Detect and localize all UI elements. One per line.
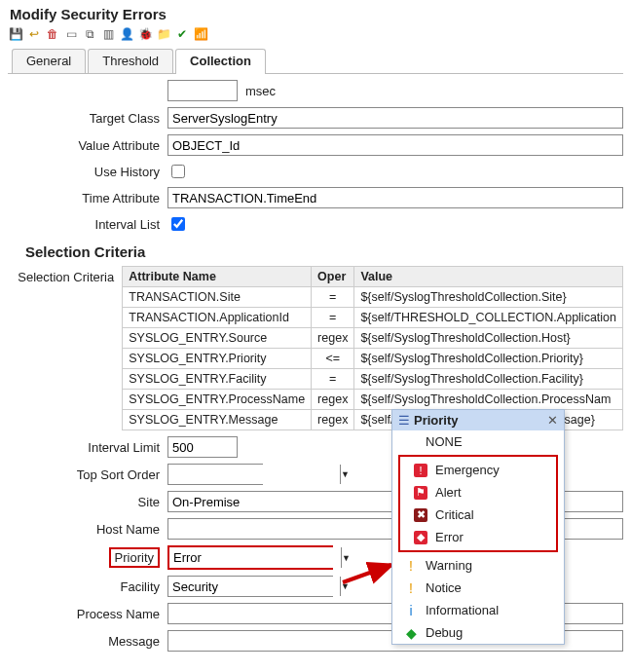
criteria-oper: <=: [312, 349, 354, 369]
priority-level-icon: i: [404, 604, 418, 617]
criteria-attr: SYSLOG_ENTRY.ProcessName: [123, 390, 312, 410]
priority-popup-header: ☰ Priority ✕: [392, 410, 564, 430]
priority-highlight-box: !Emergency⚑Alert✖Critical◆Error: [398, 455, 558, 552]
priority-item[interactable]: ⚑Alert: [402, 481, 554, 504]
delete-icon[interactable]: 🗑: [45, 26, 60, 42]
tab-general[interactable]: General: [12, 49, 86, 73]
priority-item-label: Informational: [426, 603, 499, 617]
priority-item-label: Critical: [435, 507, 474, 522]
criteria-attr: SYSLOG_ENTRY.Message: [123, 410, 312, 430]
bug-icon[interactable]: 🐞: [137, 26, 153, 42]
priority-item[interactable]: iInformational: [392, 599, 564, 621]
host-label: Host Name: [8, 522, 167, 537]
priority-item-label: Emergency: [435, 463, 500, 477]
top-sort-label: Top Sort Order: [8, 467, 167, 482]
priority-item[interactable]: ◆Debug: [392, 621, 564, 644]
criteria-th-attr: Attribute Name: [123, 267, 312, 287]
criteria-attr: TRANSACTION.Site: [123, 287, 312, 308]
process-label: Process Name: [8, 607, 167, 621]
value-attr-input[interactable]: [167, 134, 623, 156]
selection-criteria-heading: Selection Criteria: [25, 243, 623, 260]
copy-icon[interactable]: ⧉: [82, 26, 97, 42]
table-row[interactable]: SYSLOG_ENTRY.ProcessNameregex${self/Sysl…: [123, 390, 623, 410]
criteria-value: ${self/THRESHOLD_COLLECTION.Application: [354, 308, 623, 328]
person-icon[interactable]: 👤: [119, 26, 134, 42]
priority-item-label: Notice: [426, 580, 462, 595]
time-attr-label: Time Attribute: [8, 191, 167, 205]
priority-label-wrap: Priority: [8, 550, 167, 565]
criteria-value: ${self/SyslogThresholdCollection.Host}: [354, 328, 623, 349]
criteria-oper: =: [312, 287, 354, 308]
interval-limit-label: Interval Limit: [8, 440, 167, 455]
priority-item[interactable]: !Notice: [392, 577, 564, 599]
table-row[interactable]: TRANSACTION.Site=${self/SyslogThresholdC…: [123, 287, 623, 308]
target-class-label: Target Class: [8, 111, 167, 126]
criteria-value: ${self/SyslogThresholdCollection.Facilit…: [354, 369, 623, 390]
use-history-checkbox[interactable]: [171, 165, 185, 178]
priority-item[interactable]: ✖Critical: [402, 504, 554, 526]
undo-icon[interactable]: ↩: [26, 26, 42, 42]
priority-level-icon: !: [414, 464, 427, 477]
criteria-attr: TRANSACTION.ApplicationId: [123, 308, 312, 328]
table-row[interactable]: SYSLOG_ENTRY.Priority<=${self/SyslogThre…: [123, 349, 623, 369]
criteria-th-oper: Oper: [312, 267, 354, 287]
tab-threshold[interactable]: Threshold: [88, 49, 173, 73]
priority-item[interactable]: ◆Error: [402, 526, 554, 548]
priority-level-icon: !: [404, 559, 418, 573]
top-sort-combo[interactable]: ▼: [167, 464, 263, 485]
check-icon[interactable]: ✔: [174, 26, 190, 42]
window-title: Modify Security Errors: [10, 6, 623, 22]
chevron-down-icon[interactable]: ▼: [341, 547, 351, 568]
priority-popup-title: Priority: [410, 413, 547, 428]
wifi-icon[interactable]: 📶: [193, 26, 208, 42]
new-page-icon[interactable]: ▭: [63, 26, 79, 42]
priority-item-label: Debug: [426, 625, 463, 640]
priority-item-none-label: NONE: [426, 434, 463, 449]
facility-combo[interactable]: ▼: [167, 576, 333, 597]
table-row[interactable]: SYSLOG_ENTRY.Facility=${self/SyslogThres…: [123, 369, 623, 390]
priority-level-icon: ◆: [404, 626, 418, 640]
list-icon: ☰: [398, 413, 410, 428]
interval-list-checkbox[interactable]: [171, 217, 185, 231]
criteria-value: ${self/SyslogThresholdCollection.Priorit…: [354, 349, 623, 369]
criteria-th-value: Value: [354, 267, 623, 287]
priority-combo[interactable]: ▼: [167, 545, 333, 570]
facility-input[interactable]: [168, 577, 340, 596]
folder-icon[interactable]: 📁: [156, 26, 171, 42]
tab-collection[interactable]: Collection: [175, 49, 266, 74]
time-attr-input[interactable]: [167, 187, 623, 208]
criteria-value: ${self/SyslogThresholdCollection.Site}: [354, 287, 623, 308]
message-label: Message: [8, 634, 167, 649]
criteria-oper: regex: [312, 390, 354, 410]
use-history-label: Use History: [8, 165, 167, 179]
priority-input[interactable]: [169, 547, 341, 568]
insert-icon[interactable]: ▥: [100, 26, 116, 42]
criteria-attr: SYSLOG_ENTRY.Priority: [123, 349, 312, 369]
selection-criteria-label: Selection Criteria: [8, 266, 122, 284]
priority-label: Priority: [109, 547, 160, 568]
chevron-down-icon[interactable]: ▼: [340, 577, 350, 596]
cutoff-unit: msec: [245, 84, 276, 98]
cutoff-input[interactable]: [167, 80, 238, 101]
priority-item-label: Error: [435, 530, 464, 544]
priority-item[interactable]: !Warning: [392, 554, 564, 577]
interval-limit-input[interactable]: [167, 436, 238, 458]
close-icon[interactable]: ✕: [547, 413, 558, 428]
criteria-attr: SYSLOG_ENTRY.Facility: [123, 369, 312, 390]
chevron-down-icon[interactable]: ▼: [340, 465, 350, 484]
top-sort-input[interactable]: [168, 465, 340, 484]
criteria-oper: regex: [312, 328, 354, 349]
value-attr-label: Value Attribute: [8, 138, 167, 153]
priority-item-none[interactable]: NONE: [392, 430, 564, 453]
criteria-oper: =: [312, 308, 354, 328]
priority-level-icon: ⚑: [414, 486, 427, 500]
table-row[interactable]: SYSLOG_ENTRY.Sourceregex${self/SyslogThr…: [123, 328, 623, 349]
target-class-input[interactable]: [167, 107, 623, 129]
table-row[interactable]: TRANSACTION.ApplicationId=${self/THRESHO…: [123, 308, 623, 328]
criteria-oper: =: [312, 369, 354, 390]
priority-item[interactable]: !Emergency: [402, 459, 554, 481]
toolbar: 💾 ↩ 🗑 ▭ ⧉ ▥ 👤 🐞 📁 ✔ 📶: [8, 26, 623, 42]
save-icon[interactable]: 💾: [8, 26, 23, 42]
priority-item-label: Alert: [435, 485, 462, 500]
criteria-table[interactable]: Attribute Name Oper Value TRANSACTION.Si…: [122, 266, 623, 430]
